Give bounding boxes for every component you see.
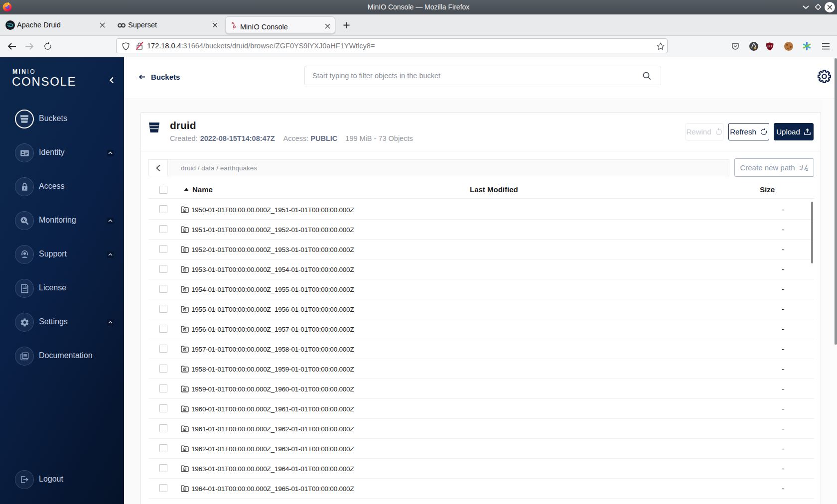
svg-text:uO: uO <box>767 44 772 48</box>
svg-text::/: :/ <box>799 164 803 171</box>
